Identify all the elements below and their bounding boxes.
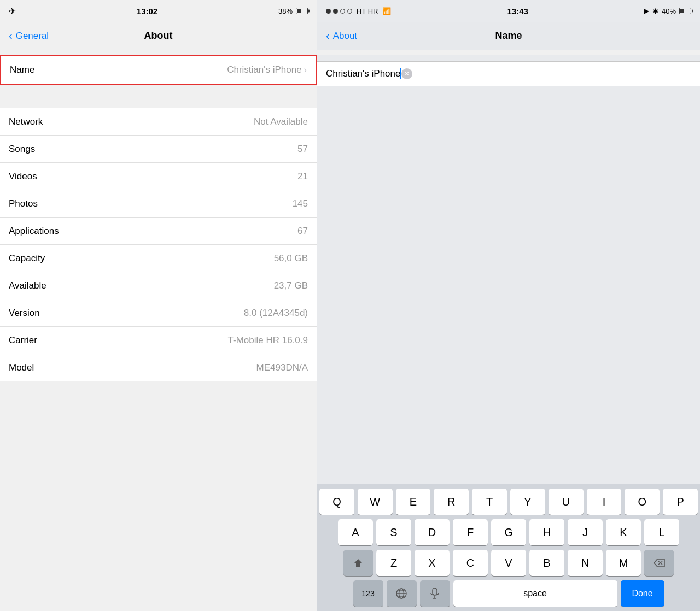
version-label: Version [9,308,40,319]
available-value: 23,7 GB [274,280,308,291]
name-label: Name [10,64,34,75]
delete-icon [653,559,665,567]
photos-label: Photos [9,198,38,209]
applications-row: Applications 67 [0,218,317,245]
key-a[interactable]: A [338,519,373,545]
key-v[interactable]: V [491,550,526,576]
key-n[interactable]: N [568,550,603,576]
carrier-row: Carrier T-Mobile HR 16.0.9 [0,327,317,354]
key-z[interactable]: Z [376,550,411,576]
mic-icon [430,588,439,600]
network-label: Network [9,116,43,127]
right-battery-icon [679,8,691,14]
keyboard-row-2: A S D F G H J K L [319,519,698,545]
key-e[interactable]: E [396,489,431,515]
key-b[interactable]: B [529,550,564,576]
back-chevron-icon: ‹ [9,30,13,42]
network-row: Network Not Available [0,108,317,136]
key-d[interactable]: D [415,519,450,545]
left-nav-bar: ‹ General About [0,22,317,50]
svg-rect-8 [433,588,437,595]
about-back-button[interactable]: ‹ About [326,30,357,42]
keyboard-row-3: Z X C V B N M [319,550,698,576]
about-back-label: About [333,31,357,42]
key-x[interactable]: X [415,550,450,576]
mic-key[interactable] [420,580,450,607]
capacity-label: Capacity [9,253,45,264]
location-icon: ▶ [644,7,649,15]
name-row-section: Name Christian's iPhone › [0,50,317,89]
space-key[interactable]: space [453,580,617,607]
key-w[interactable]: W [358,489,393,515]
bluetooth-icon: ✱ [652,7,658,15]
general-back-button[interactable]: ‹ General [9,30,49,42]
right-back-chevron-icon: ‹ [326,30,330,42]
applications-value: 67 [298,226,308,237]
photos-row: Photos 145 [0,190,317,218]
key-f[interactable]: F [453,519,488,545]
airplane-icon: ✈ [9,6,16,16]
right-panel: HT HR 📶 13:43 ▶ ✱ 40% ‹ About Name Chris… [317,0,700,611]
globe-key[interactable] [387,580,417,607]
key-k[interactable]: K [606,519,641,545]
delete-key[interactable] [644,550,674,576]
keyboard: Q W E R T Y U I O P A S D F G H J K L [317,484,700,611]
num-key[interactable]: 123 [353,580,383,607]
videos-row: Videos 21 [0,163,317,190]
key-j[interactable]: J [568,519,603,545]
key-l[interactable]: L [644,519,679,545]
name-input-section: Christian's iPhone ✕ [317,50,700,86]
keyboard-bottom-row: 123 space [319,580,698,607]
right-status-bar: HT HR 📶 13:43 ▶ ✱ 40% [317,0,700,22]
key-m[interactable]: M [606,550,641,576]
shift-key[interactable] [343,550,373,576]
songs-value: 57 [298,144,308,155]
about-title: About [144,30,173,42]
key-t[interactable]: T [472,489,507,515]
done-label: Done [632,589,652,598]
name-row[interactable]: Name Christian's iPhone › [0,55,317,85]
left-time: 13:02 [137,7,158,16]
right-status-icons: ▶ ✱ 40% [644,7,691,15]
key-h[interactable]: H [529,519,564,545]
carrier-label-right: HT HR [357,7,378,15]
signal-dot-1 [326,9,331,14]
globe-icon [395,588,407,600]
gray-content-area [317,86,700,484]
carrier-label: Carrier [9,335,37,346]
model-value: ME493DN/A [256,362,308,373]
model-label: Model [9,362,34,373]
signal-dot-2 [333,9,338,14]
key-u[interactable]: U [549,489,584,515]
name-value: Christian's iPhone › [227,64,307,75]
key-p[interactable]: P [663,489,698,515]
name-input-text: Christian's iPhone [326,68,400,79]
left-battery-icon [296,8,308,14]
signal-dot-3 [340,9,345,14]
name-input-row[interactable]: Christian's iPhone ✕ [317,61,700,86]
key-o[interactable]: O [625,489,660,515]
name-chevron-icon: › [304,65,307,75]
videos-label: Videos [9,171,37,182]
available-label: Available [9,280,46,291]
clear-button[interactable]: ✕ [401,68,412,79]
key-s[interactable]: S [376,519,411,545]
capacity-row: Capacity 56,0 GB [0,245,317,272]
signal-area: HT HR 📶 [326,7,391,15]
shift-icon [353,558,363,568]
key-i[interactable]: I [587,489,622,515]
network-value: Not Available [254,116,308,127]
photos-value: 145 [293,198,308,209]
available-row: Available 23,7 GB [0,272,317,299]
songs-row: Songs 57 [0,136,317,163]
version-row: Version 8.0 (12A4345d) [0,299,317,327]
key-q[interactable]: Q [319,489,354,515]
key-c[interactable]: C [453,550,488,576]
key-r[interactable]: R [434,489,469,515]
done-key[interactable]: Done [621,580,664,607]
left-status-right: 38% [278,7,308,15]
key-g[interactable]: G [491,519,526,545]
key-y[interactable]: Y [510,489,545,515]
left-status-bar: ✈ 13:02 38% [0,0,317,22]
keyboard-row-1: Q W E R T Y U I O P [319,489,698,515]
